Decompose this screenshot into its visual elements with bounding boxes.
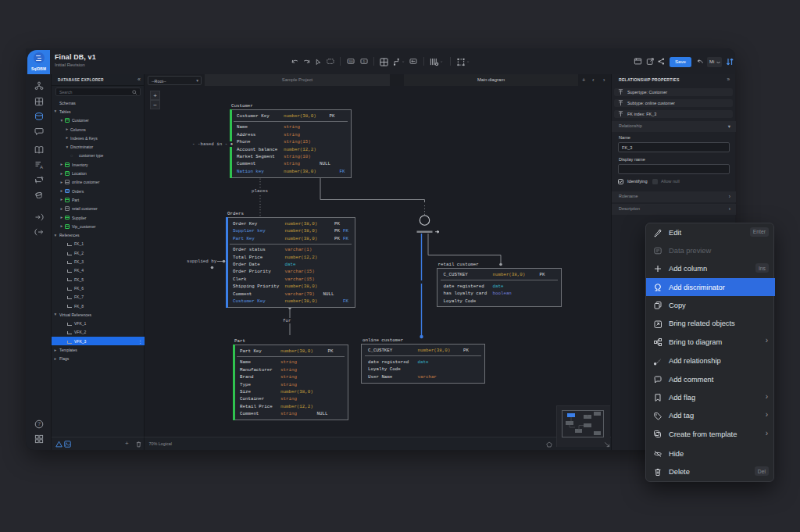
svg-text:?: ?: [38, 421, 41, 427]
svg-text:A: A: [40, 165, 43, 170]
svg-text:D: D: [363, 60, 366, 63]
svg-text:100: 100: [348, 60, 353, 63]
